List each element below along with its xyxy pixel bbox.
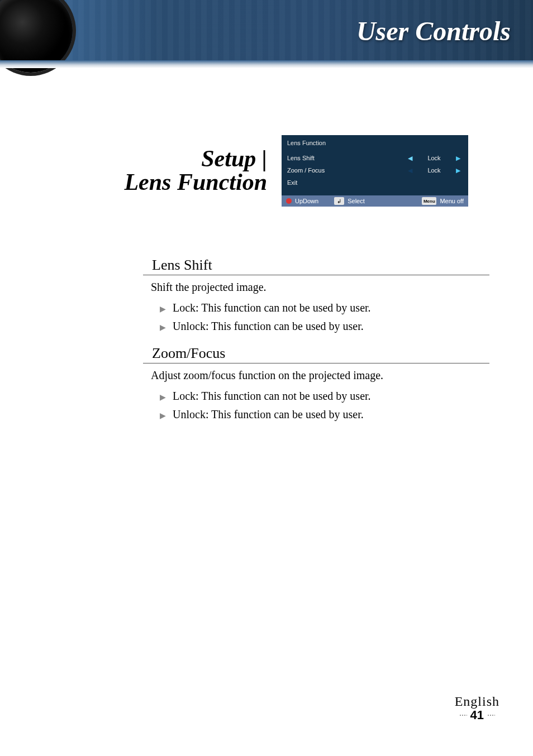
chevron-right-icon: ▶ xyxy=(160,323,166,332)
osd-hint-menuoff: Menu Menu off xyxy=(422,197,464,205)
osd-menu: Lens Function Lens Shift ◀ Lock ▶ Zoom /… xyxy=(282,135,468,207)
list-item: ▶Lock: This function can not be used by … xyxy=(160,390,489,403)
footer-page-number: 41 xyxy=(470,708,484,722)
chevron-right-icon: ▶ xyxy=(160,393,166,402)
subheading-lens-shift: Lens Shift xyxy=(143,257,489,275)
menu-key-icon: Menu xyxy=(422,197,436,205)
paragraph: Adjust zoom/focus function on the projec… xyxy=(151,369,489,382)
section-heading-line2: Lens Function xyxy=(0,169,267,195)
osd-row-exit[interactable]: Exit xyxy=(287,176,463,189)
arrow-right-icon[interactable]: ▶ xyxy=(454,155,463,162)
page: User Controls Setup | Lens Function Lens… xyxy=(0,0,533,756)
osd-row-label: Lens Shift xyxy=(287,155,360,161)
osd-body: Lens Shift ◀ Lock ▶ Zoom / Focus ◀ Lock … xyxy=(282,152,468,189)
section-heading: Setup | Lens Function xyxy=(0,145,274,195)
chevron-right-icon: ▶ xyxy=(160,304,166,314)
bullet-text: Lock: This function can not be used by u… xyxy=(173,302,371,314)
list-item: ▶Unlock: This function can be used by us… xyxy=(160,408,489,421)
footer-page-number-wrap: 41 xyxy=(455,708,499,722)
page-footer: English 41 xyxy=(455,694,499,722)
osd-hint-updown: UpDown xyxy=(286,198,318,204)
osd-hint-label: Select xyxy=(348,198,365,204)
osd-footer: UpDown ↲ Select Menu Menu off xyxy=(282,195,468,207)
arrow-right-icon[interactable]: ▶ xyxy=(454,167,463,174)
osd-row-lens-shift[interactable]: Lens Shift ◀ Lock ▶ xyxy=(287,152,463,164)
osd-row-value: Lock xyxy=(415,155,454,161)
osd-title: Lens Function xyxy=(282,135,468,152)
updown-icon xyxy=(286,198,292,204)
bullet-text: Unlock: This function can be used by use… xyxy=(173,320,364,333)
page-header-banner: User Controls xyxy=(0,0,533,60)
chevron-right-icon: ▶ xyxy=(160,411,166,420)
footer-language: English xyxy=(455,694,499,709)
bullet-text: Lock: This function can not be used by u… xyxy=(173,390,371,403)
page-title: User Controls xyxy=(356,16,511,46)
body-content: Lens Shift Shift the projected image. ▶L… xyxy=(143,257,489,433)
subheading-zoom-focus: Zoom/Focus xyxy=(143,345,489,363)
osd-row-label: Exit xyxy=(287,179,360,186)
banner-fade xyxy=(0,60,533,68)
footer-dots-right xyxy=(487,714,495,716)
osd-hint-label: UpDown xyxy=(295,198,318,204)
osd-hint-select: ↲ Select xyxy=(334,197,365,205)
osd-row-label: Zoom / Focus xyxy=(287,167,360,174)
bullet-list: ▶Lock: This function can not be used by … xyxy=(160,390,489,421)
list-item: ▶Unlock: This function can be used by us… xyxy=(160,320,489,333)
footer-dots-left xyxy=(459,714,467,716)
enter-key-icon: ↲ xyxy=(334,197,344,205)
osd-hint-label: Menu off xyxy=(440,198,464,204)
arrow-left-icon[interactable]: ◀ xyxy=(406,167,415,174)
list-item: ▶Lock: This function can not be used by … xyxy=(160,302,489,314)
paragraph: Shift the projected image. xyxy=(151,281,489,294)
osd-row-value: Lock xyxy=(415,167,454,174)
section-heading-line1: Setup | xyxy=(0,145,267,172)
bullet-text: Unlock: This function can be used by use… xyxy=(173,408,364,421)
arrow-left-icon[interactable]: ◀ xyxy=(406,155,415,162)
osd-row-zoom-focus[interactable]: Zoom / Focus ◀ Lock ▶ xyxy=(287,164,463,176)
bullet-list: ▶Lock: This function can not be used by … xyxy=(160,302,489,333)
